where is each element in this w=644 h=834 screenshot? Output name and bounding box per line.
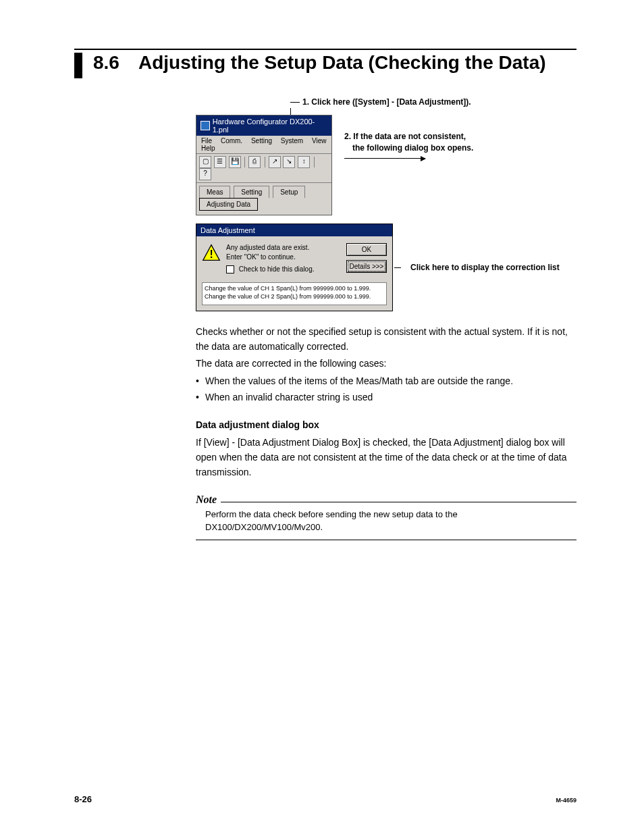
dialog-msg-line2: Enter "OK" to continue. [226,253,342,262]
new-icon[interactable]: ▢ [199,156,211,168]
callout-step-2: 2. If the data are not consistent, the f… [344,131,473,159]
adjust-icon[interactable]: ↕ [298,156,310,168]
receive-icon[interactable]: ↘ [283,156,295,168]
section-title: Adjusting the Setup Data (Checking the D… [138,53,546,74]
toolbar-separator [265,157,265,167]
window-title: Hardware Configurator DX200-1.pnl [213,118,327,134]
doc-number: M-4659 [556,797,576,804]
callout-step-2-line1: 2. If the data are not consistent, [344,131,473,142]
list-item: Change the value of CH 1 Span(L) from 99… [205,285,384,293]
dialog-message: Any adjusted data are exist. Enter "OK" … [226,243,342,274]
heading-marker [74,53,82,78]
tab-row: Meas Setting Setup Adjusting Data [196,183,331,215]
menu-comm[interactable]: Comm. [217,136,246,145]
page-footer: 8-26 M-4659 [74,794,576,804]
arrow-right-icon [344,158,425,159]
figure-area: 1. Click here ([System] - [Data Adjustme… [196,97,576,311]
menu-setting[interactable]: Setting [248,136,275,145]
toolbar-separator [244,157,245,167]
callout-details: Click here to display the correction lis… [410,263,560,272]
bullet-item: •When the values of the items of the Mea… [196,374,576,389]
note-text: Perform the data check before sending th… [196,502,576,540]
tab-setup[interactable]: Setup [273,186,305,198]
send-icon[interactable]: ↗ [269,156,281,168]
open-icon[interactable]: ☰ [214,156,226,168]
note-box: Note Perform the data check before sendi… [196,492,576,540]
correction-list: Change the value of CH 1 Span(L) from 99… [202,282,387,305]
tab-setting[interactable]: Setting [234,186,269,198]
tab-meas[interactable]: Meas [199,186,230,198]
note-rule [196,540,576,540]
tab-adjusting-data[interactable]: Adjusting Data [199,198,258,211]
paragraph: If [View] - [Data Adjustment Dialog Box]… [196,436,576,479]
svg-text:!: ! [209,249,213,260]
print-icon[interactable]: ⎙ [248,156,261,168]
menu-view[interactable]: View [308,136,330,145]
ok-button[interactable]: OK [346,243,387,256]
paragraph: The data are corrected in the following … [196,357,576,371]
body-text: Checks whether or not the specified setu… [196,325,576,540]
menu-bar: File Comm. Setting System View Help [196,136,331,154]
callout-step-1: 1. Click here ([System] - [Data Adjustme… [290,97,576,107]
menu-system[interactable]: System [277,136,306,145]
toolbar: ▢ ☰ 💾 ⎙ ↗ ↘ ↕ ? [196,154,331,183]
subheading: Data adjustment dialog box [196,418,576,433]
app-icon [200,121,210,130]
warning-icon: ! [202,243,221,262]
save-icon[interactable]: 💾 [229,156,241,168]
hide-dialog-label: Check to hide this dialog. [239,265,315,273]
details-button[interactable]: Details >>> [346,260,387,273]
leader-line [394,267,401,268]
leader-line [290,108,291,115]
window-titlebar: Hardware Configurator DX200-1.pnl [196,115,331,136]
toolbar-separator [314,157,315,167]
data-adjustment-dialog: Data Adjustment ! Any adjusted data are … [196,224,393,311]
help-icon[interactable]: ? [199,168,211,180]
note-label: Note [196,492,221,509]
paragraph: Checks whether or not the specified setu… [196,325,576,354]
top-rule [74,49,576,50]
hide-dialog-checkbox[interactable] [226,265,234,273]
list-item: Change the value of CH 2 Span(L) from 99… [205,293,384,301]
page-number: 8-26 [74,794,92,804]
app-window: Hardware Configurator DX200-1.pnl File C… [196,115,332,215]
dialog-msg-line1: Any adjusted data are exist. [226,243,342,253]
callout-step-2-line2: the following dialog box opens. [344,142,473,154]
section-heading: 8.6 Adjusting the Setup Data (Checking t… [74,53,576,78]
bullet-item: •When an invalid character string is use… [196,390,576,405]
dialog-title: Data Adjustment [196,224,392,236]
section-number: 8.6 [93,53,119,74]
menu-help[interactable]: Help [198,144,219,153]
